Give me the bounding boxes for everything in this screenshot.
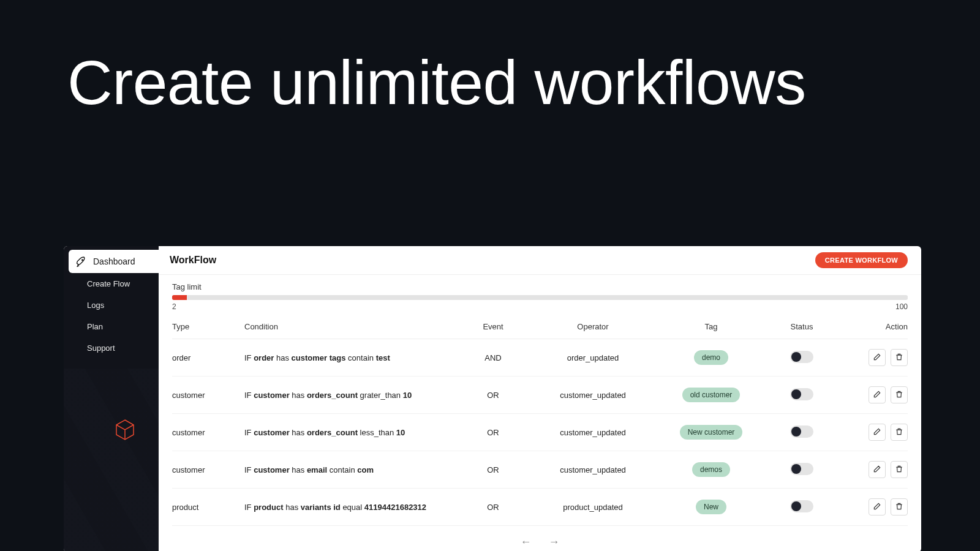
trash-icon <box>895 465 903 475</box>
cell-condition: IF customer has orders_count grater_than… <box>244 391 454 400</box>
delete-button[interactable] <box>891 349 908 366</box>
sidebar-item-create-flow[interactable]: Create Flow <box>64 273 159 294</box>
cell-action <box>840 461 908 478</box>
table-row: customerIF customer has orders_count les… <box>172 414 908 451</box>
sidebar: Dashboard Create Flow Logs Plan Support <box>64 246 159 551</box>
tag-limit-current: 2 <box>172 302 176 311</box>
col-header-condition: Condition <box>244 322 454 331</box>
cell-tag: demo <box>659 350 763 365</box>
pencil-icon <box>873 353 881 363</box>
cell-tag: New customer <box>659 425 763 440</box>
status-toggle[interactable] <box>790 463 813 475</box>
tag-limit-scale: 2 100 <box>172 302 908 311</box>
cell-event: OR <box>459 465 527 474</box>
pager-next-button[interactable]: → <box>549 536 560 549</box>
trash-icon <box>895 390 903 400</box>
table-row: productIF product has variants id equal … <box>172 489 908 526</box>
cell-action <box>840 349 908 366</box>
pencil-icon <box>873 465 881 475</box>
tag-pill: New <box>696 500 726 514</box>
cell-operator: customer_updated <box>532 465 654 474</box>
tag-pill: demo <box>694 350 728 365</box>
edit-button[interactable] <box>869 424 886 441</box>
delete-button[interactable] <box>891 386 908 403</box>
cell-status <box>768 388 835 402</box>
status-toggle[interactable] <box>790 425 813 438</box>
col-header-operator: Operator <box>532 322 654 331</box>
tag-pill: New customer <box>680 425 743 440</box>
cell-tag: New <box>659 500 763 514</box>
create-workflow-button[interactable]: CREATE WORKFLOW <box>815 252 908 268</box>
cell-status <box>768 425 835 440</box>
tag-limit-label: Tag limit <box>172 282 908 291</box>
workflow-table: Type Condition Event Operator Tag Status… <box>159 315 921 531</box>
sidebar-item-dashboard[interactable]: Dashboard <box>69 250 159 273</box>
table-row: customerIF customer has email contain co… <box>172 451 908 489</box>
tag-limit-fill <box>172 295 187 300</box>
edit-button[interactable] <box>869 386 886 403</box>
trash-icon <box>895 427 903 438</box>
main-content: WorkFlow CREATE WORKFLOW Tag limit 2 100… <box>159 246 921 551</box>
table-header: Type Condition Event Operator Tag Status… <box>172 315 908 339</box>
status-toggle[interactable] <box>790 500 813 512</box>
status-toggle[interactable] <box>790 351 813 363</box>
page-title: WorkFlow <box>170 255 216 266</box>
cell-event: AND <box>459 353 527 362</box>
table-row: orderIF order has customer tags contain … <box>172 339 908 377</box>
pencil-icon <box>873 390 881 400</box>
cell-type: product <box>172 503 239 512</box>
sidebar-item-support[interactable]: Support <box>64 337 159 359</box>
delete-button[interactable] <box>891 461 908 478</box>
topbar: WorkFlow CREATE WORKFLOW <box>159 246 921 275</box>
cell-event: OR <box>459 428 527 437</box>
tag-limit-bar <box>172 295 908 300</box>
pencil-icon <box>873 502 881 512</box>
cell-condition: IF customer has email contain com <box>244 465 454 474</box>
edit-button[interactable] <box>869 461 886 478</box>
col-header-type: Type <box>172 322 239 331</box>
trash-icon <box>895 353 903 363</box>
col-header-tag: Tag <box>659 322 763 331</box>
pager-prev-button[interactable]: ← <box>521 536 532 549</box>
cell-operator: customer_updated <box>532 428 654 437</box>
cell-tag: demos <box>659 462 763 477</box>
col-header-event: Event <box>459 322 527 331</box>
delete-button[interactable] <box>891 498 908 515</box>
cell-operator: customer_updated <box>532 391 654 400</box>
cell-condition: IF product has variants id equal 4119442… <box>244 503 454 512</box>
pencil-icon <box>873 427 881 438</box>
trash-icon <box>895 502 903 512</box>
cell-status <box>768 500 835 514</box>
cell-operator: product_updated <box>532 503 654 512</box>
cell-type: customer <box>172 391 239 400</box>
delete-button[interactable] <box>891 424 908 441</box>
cell-event: OR <box>459 503 527 512</box>
tag-pill: demos <box>692 462 730 477</box>
cell-type: order <box>172 353 239 362</box>
cell-condition: IF order has customer tags contain test <box>244 353 454 362</box>
sidebar-item-plan[interactable]: Plan <box>64 316 159 337</box>
cell-status <box>768 463 835 477</box>
cell-tag: old customer <box>659 388 763 402</box>
col-header-action: Action <box>840 322 908 331</box>
rocket-icon <box>76 256 87 267</box>
sidebar-item-logs[interactable]: Logs <box>64 294 159 316</box>
sidebar-item-label: Dashboard <box>93 257 135 266</box>
col-header-status: Status <box>768 322 835 331</box>
edit-button[interactable] <box>869 498 886 515</box>
tag-limit-max: 100 <box>895 302 908 311</box>
cell-type: customer <box>172 428 239 437</box>
status-toggle[interactable] <box>790 388 813 400</box>
cell-action <box>840 386 908 403</box>
cell-condition: IF customer has orders_count less_than 1… <box>244 428 454 437</box>
tag-limit-block: Tag limit 2 100 <box>159 275 921 315</box>
cell-action <box>840 424 908 441</box>
app-window: Dashboard Create Flow Logs Plan Support … <box>64 246 921 551</box>
cell-type: customer <box>172 465 239 474</box>
table-row: productIF product has title contain Shir… <box>172 526 908 531</box>
edit-button[interactable] <box>869 349 886 366</box>
cell-action <box>840 498 908 515</box>
cell-status <box>768 351 835 365</box>
tag-pill: old customer <box>682 388 741 402</box>
cell-operator: order_updated <box>532 353 654 362</box>
